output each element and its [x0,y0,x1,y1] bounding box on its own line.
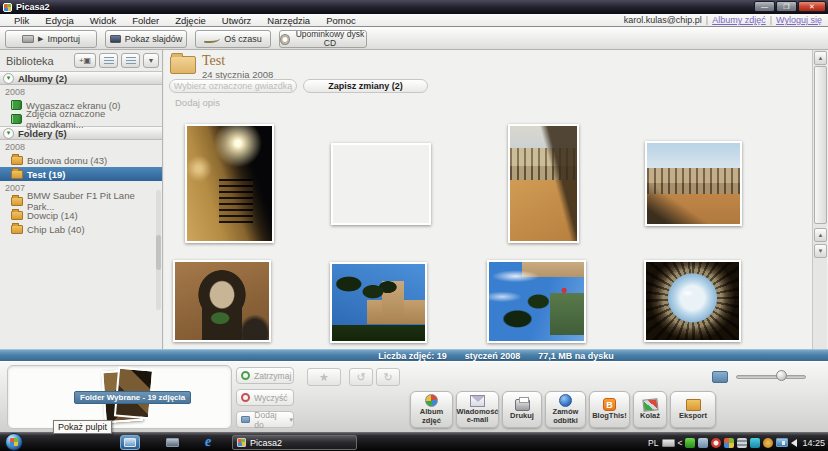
menu-widok[interactable]: Widok [82,15,124,26]
scrollbar-thumb[interactable] [814,66,827,224]
tray-icon-blocked[interactable] [711,438,721,448]
add-album-button[interactable]: +▣ [74,53,96,68]
photo-night-staircase[interactable] [185,124,274,243]
close-button[interactable]: ✕ [798,1,826,12]
sidebar-item-test-selected[interactable]: Test (19) [0,167,162,181]
tray-icon-window[interactable] [698,438,708,448]
sidebar-title: Biblioteka [3,55,54,67]
chevron-down-icon[interactable]: ▼ [3,73,14,84]
order-prints-button[interactable]: Zamów odbitki [545,391,586,428]
web-album-button[interactable]: Album zdjęć [410,391,453,428]
section-albums[interactable]: ▼ Albumy (2) [0,71,162,85]
taskbar: e Picasa2 PL < 14:25 [0,432,828,451]
save-changes-button[interactable]: Zapisz zmiany (2) [303,79,428,93]
language-indicator[interactable]: PL [648,438,658,448]
folder-icon [11,197,23,206]
clear-button[interactable]: Wyczyść [236,389,294,406]
quick-launch-window-icon[interactable] [166,438,179,447]
taskbar-task-picasa[interactable]: Picasa2 [232,435,357,450]
logout-link[interactable]: Wyloguj się [776,15,822,25]
menu-narzedzia[interactable]: Narzędzia [259,15,318,26]
photo-palace-with-palms[interactable] [330,262,427,343]
sidebar-item-chip-lab[interactable]: Chip Lab (40) [0,222,162,236]
photo-bullring-vertical[interactable] [508,124,579,243]
collage-button[interactable]: Kolaż [633,391,667,428]
select-starred-button[interactable]: Wybierz oznaczone gwiazdką [169,79,297,93]
printer-icon [515,399,530,411]
hold-button[interactable]: Zatrzymaj [236,367,294,384]
add-description-field[interactable]: Dodaj opis [175,97,220,108]
bottom-panel: Folder Wybrane - 19 zdjęcia Zatrzymaj Wy… [0,361,828,432]
print-button[interactable]: Drukuj [502,391,542,428]
import-button[interactable]: ▶ Importuj [5,30,97,48]
scrollbar-up-button[interactable]: ▲ [814,51,827,65]
menu-folder[interactable]: Folder [124,15,167,26]
photo-arena-oculus[interactable] [644,260,741,342]
menu-bar: Plik Edycja Widok Folder Zdjęcie Utwórz … [0,14,828,27]
flat-view-button[interactable] [99,53,118,68]
tray-icon-panel[interactable] [737,438,747,448]
keyboard-icon[interactable] [662,439,675,447]
page-title: Test [202,53,225,69]
timeline-button[interactable]: Oś czasu [195,30,271,48]
photo-bullring-panorama[interactable] [645,141,742,226]
photo-moorish-arch[interactable] [173,260,271,342]
separator: | [706,15,708,25]
scrollbar-thumb[interactable] [156,235,161,270]
zoom-slider-handle[interactable] [776,370,787,381]
photo-palms-rotated[interactable] [487,260,586,343]
rotate-ccw-button[interactable]: ↺ [349,368,373,386]
menu-zdjecie[interactable]: Zdjęcie [167,15,214,26]
album-icon [11,100,22,110]
grid-scrollbar[interactable]: ▲ ▲ ▼ [812,50,827,349]
status-bar: Liczba zdjęć: 19 styczeń 2008 77,1 MB na… [0,349,828,361]
year-label: 2008 [0,140,162,153]
menu-utworz[interactable]: Utwórz [214,15,260,26]
photo-count: Liczba zdjęć: 19 [378,351,447,361]
email-button[interactable]: Wiadomość e-mail [456,391,499,428]
tray-selection-label: Folder Wybrane - 19 zdjęcia [74,391,191,404]
start-button[interactable] [5,433,23,451]
chevron-down-icon[interactable]: ▼ [3,128,14,139]
blogthis-button[interactable]: B BlogThis! [589,391,630,428]
tray-icon-teal[interactable] [750,438,760,448]
gift-cd-icon [280,34,290,45]
photo-wine-glass[interactable] [331,143,431,225]
picasa-task-icon [237,438,246,447]
tray-icon-picasa[interactable] [724,438,734,448]
volume-icon[interactable] [791,439,797,447]
tray-icon-gold[interactable] [763,438,773,448]
restore-button[interactable]: ❐ [776,1,797,12]
tray-collapse-button[interactable]: < [678,438,683,448]
slideshow-button[interactable]: Pokaz slajdów [105,30,187,48]
scrollbar-down-button[interactable]: ▼ [814,244,827,258]
web-albums-link[interactable]: Albumy zdjęć [712,15,766,25]
order-prints-icon [559,394,572,407]
sidebar-item-budowa-domu[interactable]: Budowa domu (43) [0,153,162,167]
star-button[interactable]: ★ [307,368,341,386]
menu-plik[interactable]: Plik [6,15,37,26]
show-desktop-tooltip: Pokaż pulpit [53,420,112,434]
minimize-button[interactable]: — [754,1,775,12]
selection-tray: Folder Wybrane - 19 zdjęcia [7,365,232,429]
slideshow-icon [110,35,121,43]
scrollbar-up-button-2[interactable]: ▲ [814,228,827,242]
sidebar-item-starred[interactable]: Zdjęcia oznaczone gwiazdkami... [0,112,162,126]
timeline-icon [204,35,220,43]
menu-edycja[interactable]: Edycja [37,15,82,26]
sidebar-item-bmw-sauber[interactable]: BMW Sauber F1 Pit Lane Park... [0,194,162,208]
rotate-cw-button[interactable]: ↻ [376,368,400,386]
gift-cd-button[interactable]: Upominkowy dysk CD [279,30,367,48]
export-button[interactable]: Eksport [670,391,716,428]
photo-grid-area: Test 24 stycznia 2008 Wybierz oznaczone … [164,50,828,349]
view-dropdown-button[interactable]: ▾ [143,53,159,68]
sidebar-scrollbar[interactable] [156,190,161,310]
tray-icon-green[interactable] [685,438,695,448]
internet-explorer-icon[interactable]: e [205,434,221,450]
tree-view-button[interactable] [121,53,140,68]
clock[interactable]: 14:25 [802,438,825,448]
add-to-button[interactable]: Dodaj do ▾ [236,411,294,428]
menu-pomoc[interactable]: Pomoc [318,15,364,26]
zoom-slider[interactable] [736,375,806,379]
starred-album-icon [11,114,22,124]
